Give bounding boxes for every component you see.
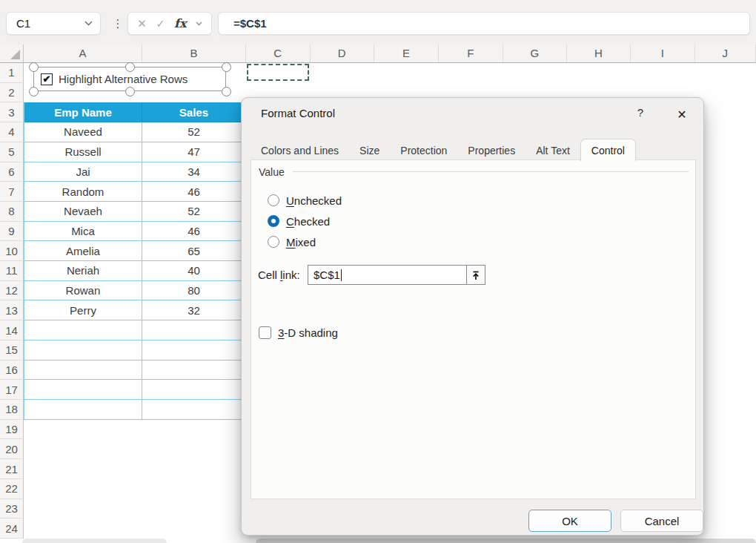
column-header-d[interactable]: D (311, 45, 375, 62)
tab-alt-text[interactable]: Alt Text (525, 140, 580, 160)
row-header-19[interactable]: 19 (0, 420, 24, 440)
row-header-1[interactable]: 1 (0, 63, 24, 83)
radio-label-checked[interactable]: Checked (286, 215, 330, 228)
table-cell[interactable]: 52 (142, 202, 245, 221)
selection-handle[interactable] (29, 87, 39, 96)
row-header-22[interactable]: 22 (0, 479, 24, 499)
table-cell[interactable] (24, 380, 142, 399)
insert-function-icon[interactable]: fx (174, 16, 186, 30)
selection-handle[interactable] (125, 62, 135, 72)
row-header-9[interactable]: 9 (0, 222, 24, 242)
row-header-3[interactable]: 3 (0, 102, 24, 122)
table-cell[interactable]: 46 (142, 182, 245, 201)
tab-size[interactable]: Size (349, 140, 390, 160)
cancel-entry-icon[interactable]: ✕ (137, 17, 147, 30)
row-header-12[interactable]: 12 (0, 281, 24, 301)
chevron-down-icon[interactable] (196, 22, 202, 26)
close-icon[interactable]: ✕ (672, 105, 692, 124)
column-header-h[interactable]: H (567, 45, 631, 62)
row-header-7[interactable]: 7 (0, 182, 24, 202)
column-header-j[interactable]: J (695, 45, 756, 62)
tab-properties[interactable]: Properties (457, 140, 525, 160)
column-header-a[interactable]: A (24, 45, 142, 62)
table-cell[interactable]: 46 (142, 222, 245, 241)
sheet-tab-strip[interactable] (256, 539, 756, 543)
row-header-17[interactable]: 17 (0, 380, 24, 400)
sheet-tab-strip[interactable] (22, 539, 167, 543)
table-cell[interactable]: 40 (142, 261, 245, 280)
radio-checked-selected[interactable] (268, 215, 279, 227)
enter-entry-icon[interactable]: ✓ (156, 17, 165, 30)
table-cell[interactable] (142, 320, 245, 340)
column-header-c[interactable]: C (246, 45, 311, 62)
table-cell[interactable]: Perry (24, 300, 142, 320)
column-header-g[interactable]: G (503, 45, 568, 62)
row-header-8[interactable]: 8 (0, 202, 24, 222)
table-cell[interactable]: Amelia (24, 241, 142, 260)
shading-checkbox[interactable] (259, 326, 271, 339)
column-header-e[interactable]: E (374, 45, 439, 62)
table-cell[interactable]: 34 (142, 162, 245, 182)
selection-handle[interactable] (222, 62, 231, 72)
table-cell[interactable]: 52 (142, 122, 245, 142)
row-header-14[interactable]: 14 (0, 320, 24, 340)
table-cell[interactable] (142, 340, 245, 360)
table-header-cell[interactable]: Emp Name (24, 102, 142, 122)
table-cell[interactable]: Naveed (24, 122, 142, 142)
radio-unchecked[interactable] (268, 194, 279, 206)
row-header-13[interactable]: 13 (0, 300, 24, 320)
table-cell[interactable]: Russell (24, 142, 142, 162)
row-header-20[interactable]: 20 (0, 439, 24, 459)
row-header-5[interactable]: 5 (0, 142, 24, 162)
radio-mixed[interactable] (268, 236, 279, 248)
table-cell[interactable]: 65 (142, 241, 245, 260)
tab-protection[interactable]: Protection (390, 140, 457, 160)
table-cell[interactable] (142, 380, 245, 399)
table-cell[interactable] (24, 320, 142, 340)
selection-handle[interactable] (29, 62, 39, 72)
table-cell[interactable]: Mica (24, 222, 142, 241)
radio-label-mixed[interactable]: Mixed (286, 236, 316, 249)
table-cell[interactable]: 80 (142, 281, 245, 300)
selection-handle[interactable] (222, 87, 231, 96)
table-cell[interactable] (24, 361, 142, 380)
formula-bar[interactable]: =$C$1 (218, 12, 750, 35)
row-header-23[interactable]: 23 (0, 499, 24, 519)
tab-colors-and-lines[interactable]: Colors and Lines (251, 140, 349, 160)
select-all-corner[interactable] (0, 45, 24, 63)
tab-control[interactable]: Control (580, 139, 636, 161)
table-header-cell[interactable]: Sales (142, 102, 245, 122)
row-header-10[interactable]: 10 (0, 241, 24, 261)
table-cell[interactable] (142, 400, 245, 419)
row-header-24[interactable]: 24 (0, 519, 24, 539)
table-cell[interactable]: Jai (24, 162, 142, 182)
collapse-dialog-button[interactable] (466, 265, 485, 285)
row-header-4[interactable]: 4 (0, 122, 24, 142)
checkbox-checked-icon[interactable]: ✔ (41, 73, 53, 85)
ok-button[interactable]: OK (528, 510, 611, 532)
cell-link-input[interactable]: $C$1 (308, 265, 467, 285)
table-cell[interactable] (24, 340, 142, 360)
table-cell[interactable]: 47 (142, 142, 245, 162)
selected-cell-c1[interactable] (247, 64, 309, 81)
name-box[interactable]: C1 (6, 12, 101, 35)
row-header-16[interactable]: 16 (0, 361, 24, 381)
row-header-15[interactable]: 15 (0, 340, 24, 361)
row-header-6[interactable]: 6 (0, 162, 24, 182)
table-cell[interactable] (24, 400, 142, 419)
table-cell[interactable]: Nevaeh (24, 202, 142, 221)
table-cell[interactable]: Neriah (24, 261, 142, 280)
table-cell[interactable]: Rowan (24, 281, 142, 300)
row-header-18[interactable]: 18 (0, 400, 24, 420)
help-icon[interactable]: ? (632, 106, 649, 119)
chevron-down-icon[interactable] (84, 21, 93, 26)
selection-handle[interactable] (125, 87, 135, 96)
row-header-2[interactable]: 2 (0, 83, 24, 103)
row-header-21[interactable]: 21 (0, 459, 24, 479)
row-header-11[interactable]: 11 (0, 261, 24, 281)
column-header-i[interactable]: I (631, 45, 695, 62)
column-header-b[interactable]: B (142, 45, 246, 62)
table-cell[interactable] (142, 361, 245, 380)
table-cell[interactable]: 32 (142, 300, 245, 320)
cancel-button[interactable]: Cancel (620, 510, 703, 532)
